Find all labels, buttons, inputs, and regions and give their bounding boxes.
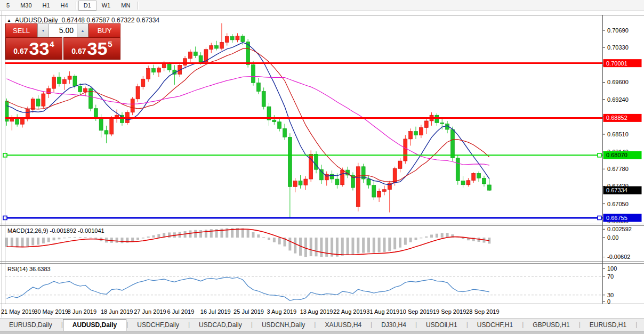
candle-body bbox=[272, 120, 276, 122]
chart-tab-usdcad-daily[interactable]: USDCAD,Daily bbox=[190, 319, 251, 331]
sell-price-prefix: 0.67 bbox=[13, 47, 28, 59]
macd-histogram-bar bbox=[304, 238, 307, 257]
macd-histogram-bar bbox=[152, 235, 155, 238]
chart-tab-usdcnh-daily[interactable]: USDCNH,Daily bbox=[253, 319, 314, 331]
macd-histogram-bar bbox=[199, 230, 202, 238]
buy-price-prefix: 0.67 bbox=[71, 47, 86, 59]
chart-tab-audusd-daily[interactable]: AUDUSD,Daily bbox=[63, 319, 126, 331]
macd-histogram-bar bbox=[31, 238, 34, 246]
level-handle-right[interactable] bbox=[598, 153, 601, 157]
candle-body bbox=[31, 99, 35, 110]
macd-histogram-bar bbox=[42, 238, 45, 243]
buy-price-pip: 5 bbox=[108, 38, 112, 48]
collapse-triangle-icon[interactable]: ▲ bbox=[7, 18, 11, 23]
candle-body bbox=[110, 118, 114, 134]
macd-histogram-bar bbox=[63, 238, 66, 238]
macd-histogram-bar bbox=[425, 237, 428, 238]
candle-body bbox=[440, 123, 444, 124]
candle-body bbox=[299, 181, 302, 185]
candle-body bbox=[68, 76, 71, 79]
macd-histogram-bar bbox=[68, 237, 71, 238]
buy-price-box[interactable]: 0.67 35 5 bbox=[63, 37, 120, 60]
timeframe-toolbar: 5M30H1H4D1W1MN bbox=[0, 0, 644, 11]
chart-tab-eurusd-daily[interactable]: EURUSD,Daily bbox=[0, 319, 61, 331]
chart-tab-dj30-h4[interactable]: DJ30,H4 bbox=[372, 319, 415, 331]
macd-histogram-bar bbox=[252, 232, 254, 238]
toolbar-separator bbox=[138, 2, 138, 10]
timeframe-button-m30[interactable]: M30 bbox=[15, 1, 37, 11]
candle-body bbox=[472, 173, 476, 180]
timeframe-button-mn[interactable]: MN bbox=[116, 1, 135, 11]
candle-body bbox=[62, 79, 66, 84]
macd-tick-label: 0.00 bbox=[607, 234, 618, 241]
chart-tab-usdoil-h1[interactable]: USDOil,H1 bbox=[417, 319, 466, 331]
chart-tab-gbpusd-h1[interactable]: GBPUSD,H1 bbox=[524, 319, 578, 331]
macd-histogram-bar bbox=[404, 238, 407, 245]
candle-body bbox=[424, 121, 428, 128]
candle-body bbox=[167, 64, 171, 70]
macd-histogram-bar bbox=[131, 238, 134, 242]
date-label: 31 Aug 2019 bbox=[366, 308, 399, 315]
sell-button[interactable]: SELL bbox=[5, 23, 37, 37]
candle-body bbox=[220, 42, 223, 48]
candle-body bbox=[388, 183, 391, 190]
candle-body bbox=[409, 132, 413, 139]
macd-histogram-bar bbox=[399, 238, 401, 248]
volume-increase-button[interactable]: ▲ bbox=[77, 23, 88, 37]
price-tag-label: 0.67334 bbox=[606, 187, 627, 193]
chart-tab-xauusd-h4[interactable]: XAUUSD,H4 bbox=[316, 319, 371, 331]
candle-body bbox=[141, 79, 145, 86]
candle-body bbox=[283, 128, 287, 137]
macd-histogram-bar bbox=[310, 238, 312, 256]
candle-body bbox=[450, 129, 454, 158]
volume-input[interactable] bbox=[49, 23, 77, 37]
toolbar-separator bbox=[76, 2, 76, 10]
timeframe-button-5[interactable]: 5 bbox=[1, 1, 15, 11]
macd-histogram-bar bbox=[120, 238, 123, 243]
volume-decrease-button[interactable]: ▼ bbox=[37, 23, 49, 37]
macd-histogram-bar bbox=[362, 238, 365, 253]
macd-histogram-bar bbox=[420, 238, 422, 238]
timeframe-button-h4[interactable]: H4 bbox=[55, 1, 74, 11]
sell-price-box[interactable]: 0.67 33 4 bbox=[5, 37, 62, 60]
macd-histogram-bar bbox=[441, 233, 444, 238]
timeframe-button-w1[interactable]: W1 bbox=[96, 1, 116, 11]
date-label: 16 Jul 2019 bbox=[200, 308, 231, 315]
chart-tab-gbpaud-h1[interactable]: GBPAUD,H1 bbox=[637, 319, 644, 331]
macd-histogram-bar bbox=[47, 238, 50, 242]
macd-histogram-bar bbox=[315, 238, 318, 256]
macd-histogram-bar bbox=[116, 238, 118, 243]
buy-price-main: 35 bbox=[87, 38, 108, 59]
candle-body bbox=[278, 122, 281, 129]
candle-body bbox=[356, 167, 360, 207]
chart-tab-usdchf-h1[interactable]: USDCHF,H1 bbox=[468, 319, 522, 331]
timeframe-button-h1[interactable]: H1 bbox=[37, 1, 55, 11]
candle-body bbox=[194, 52, 197, 55]
candle-body bbox=[57, 77, 61, 84]
macd-histogram-bar bbox=[430, 234, 433, 238]
timeframe-button-d1[interactable]: D1 bbox=[78, 1, 96, 11]
candle-body bbox=[236, 36, 239, 40]
candle-body bbox=[36, 99, 40, 106]
candle-body bbox=[199, 55, 203, 62]
price-tick-label: 0.70690 bbox=[607, 27, 629, 34]
macd-histogram-bar bbox=[89, 238, 92, 238]
macd-title: MACD(12,26,9) -0.001892 -0.001041 bbox=[7, 227, 104, 234]
macd-histogram-bar bbox=[367, 238, 370, 252]
macd-histogram-bar bbox=[58, 238, 60, 239]
date-label: 19 Sep 2019 bbox=[433, 308, 466, 315]
buy-button[interactable]: BUY bbox=[88, 23, 120, 37]
rsi-tick-label: 70 bbox=[607, 273, 614, 280]
price-tag-label: 0.66755 bbox=[606, 215, 627, 221]
chart-ohlc-values: 0.67448 0.67587 0.67322 0.67334 bbox=[62, 17, 160, 24]
date-label: 13 Aug 2019 bbox=[300, 308, 333, 315]
macd-histogram-bar bbox=[336, 238, 339, 257]
candle-body bbox=[84, 88, 87, 92]
candle-body bbox=[377, 191, 381, 197]
level-handle-right[interactable] bbox=[598, 216, 601, 219]
date-label: 10 Sep 2019 bbox=[400, 308, 433, 315]
chart-tab-usdchf-daily[interactable]: USDCHF,Daily bbox=[128, 319, 188, 331]
candle-body bbox=[225, 37, 229, 43]
chart-tab-eurusd-h1[interactable]: EURUSD,H1 bbox=[581, 319, 635, 331]
candle-body bbox=[21, 119, 25, 124]
